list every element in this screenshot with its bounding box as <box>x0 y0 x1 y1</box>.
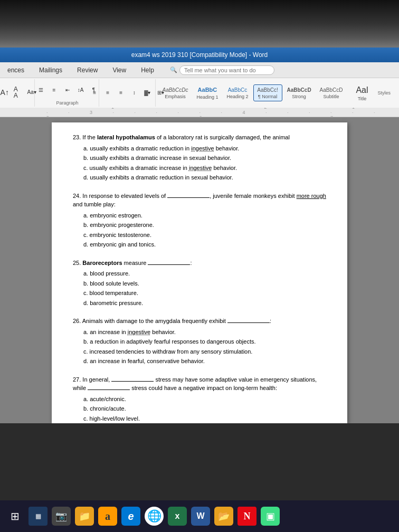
line-spacing[interactable]: ↕ <box>128 89 140 97</box>
title-text: exam4 ws 2019 310 [Compatibility Mode] -… <box>131 51 268 59</box>
question-23-text: 23. If the lateral hypothalamus of a lab… <box>73 133 326 142</box>
font-group: A↑ A A Aa▾ <box>2 79 35 107</box>
style-title[interactable]: Aal Title <box>348 82 377 103</box>
option-26d: d. an increase in fearful, conservative … <box>83 357 326 366</box>
style-normal-label: ¶ Normal <box>258 94 277 99</box>
option-27b: b. chronic/acute. <box>83 404 326 413</box>
align-left-icon: ≡ <box>93 90 96 96</box>
taskbar-calendar[interactable]: ▦ <box>28 507 48 526</box>
ruler-marks: · · · 1 · · · · · · 2 · · · 1 · · · 3 · … <box>46 108 395 117</box>
tab-review[interactable]: Review <box>74 64 101 76</box>
list-bullet-icon: ☰ <box>39 87 43 93</box>
taskbar-camera[interactable]: 📷 <box>52 507 71 526</box>
align-left[interactable]: ≡ <box>89 89 100 97</box>
align-center[interactable]: ≡ <box>102 89 113 97</box>
option-25a: a. blood pressure. <box>83 269 326 278</box>
option-24b: b. embryonic progesterone. <box>83 221 326 230</box>
font-aa[interactable]: A A <box>12 85 24 100</box>
question-26-options: a. an increase in ingestive behavior. b.… <box>73 328 326 366</box>
style-heading2-label: Heading 2 <box>226 94 248 99</box>
option-24a: a. embryonic estrogen. <box>83 211 326 220</box>
styles-section: AaBbCcDc Emphasis AaBbC Heading 1 AaBbCc… <box>157 79 397 107</box>
taskbar-windows[interactable]: ⊞ <box>5 507 24 526</box>
style-emphasis-preview: AaBbCcDc <box>163 87 188 94</box>
alignment-group: ≡ ≡ ≡ ↕ ▓▾ ⊞▾ <box>100 79 156 107</box>
taskbar-android[interactable]: ▣ <box>261 507 280 526</box>
style-title-preview: Aal <box>356 84 368 96</box>
align-right-icon: ≡ <box>119 90 122 96</box>
ruler: · · · 1 · · · · · · 2 · · · 1 · · · 3 · … <box>0 108 399 117</box>
style-normal[interactable]: AaBbCc! ¶ Normal <box>253 84 282 101</box>
align-center-icon: ≡ <box>106 90 109 96</box>
styles-label: Styles <box>378 90 391 96</box>
taskbar-excel[interactable]: x <box>168 507 187 526</box>
taskbar-netflix[interactable]: N <box>238 507 256 526</box>
option-25d: d. barometric pressure. <box>83 299 326 308</box>
question-25-text: 25. Baroreceptors measure : <box>73 259 326 268</box>
font-size-increase[interactable]: A↑ <box>0 88 11 97</box>
style-heading1-preview: AaBbC <box>198 86 217 94</box>
tab-help[interactable]: Help <box>138 64 157 76</box>
taskbar-folder2[interactable]: 📂 <box>214 507 233 526</box>
style-emphasis-label: Emphasis <box>165 94 186 99</box>
option-23d: d. usually exhibits a dramatic reduction… <box>83 173 326 182</box>
list-number[interactable]: ≡ <box>49 86 60 94</box>
style-heading2-preview: AaBbCc <box>228 87 248 94</box>
list-number-icon: ≡ <box>53 87 56 93</box>
paragraph-label: Paragraph <box>56 100 79 106</box>
sort[interactable]: ↕A <box>75 86 87 94</box>
style-strong[interactable]: AaBbCcD Strong <box>283 84 315 101</box>
align-right[interactable]: ≡ <box>115 89 127 97</box>
shading[interactable]: ▓▾ <box>141 89 153 97</box>
doc-page: 23. If the lateral hypothalamus of a lab… <box>52 122 347 423</box>
search-input[interactable] <box>179 65 274 75</box>
option-23a: a. usually exhibits a dramatic reduction… <box>83 144 326 153</box>
photo-area <box>0 0 399 48</box>
style-subtitle-label: Subtitle <box>324 94 339 99</box>
style-title-label: Title <box>358 96 367 101</box>
taskbar: ⊞ ▦ 📷 📁 a e 🌐 x W 📂 N ▣ <box>0 500 399 532</box>
indent-decrease[interactable]: ⇤ <box>62 86 73 94</box>
option-27c: c. high-level/low level. <box>83 414 326 423</box>
taskbar-word[interactable]: W <box>191 507 210 526</box>
option-26a: a. an increase in ingestive behavior. <box>83 328 326 337</box>
option-25b: b. blood solute levels. <box>83 279 326 288</box>
question-27: 27. In general, stress may have some ada… <box>73 375 326 424</box>
font-grow-icon: A↑ <box>1 89 9 96</box>
style-emphasis[interactable]: AaBbCcDc Emphasis <box>159 84 192 101</box>
style-strong-preview: AaBbCcD <box>287 87 311 94</box>
taskbar-chrome[interactable]: 🌐 <box>145 507 164 526</box>
taskbar-folder[interactable]: 📁 <box>75 507 94 526</box>
option-24c: c. embryonic testosterone. <box>83 231 326 240</box>
style-heading2[interactable]: AaBbCc Heading 2 <box>223 84 252 101</box>
style-subtitle[interactable]: AaBbCcD Subtitle <box>316 84 347 101</box>
line-spacing-icon: ↕ <box>133 90 136 96</box>
indent-decrease-icon: ⇤ <box>65 87 70 93</box>
style-heading1-label: Heading 1 <box>196 94 218 100</box>
tab-ences[interactable]: ences <box>4 64 27 76</box>
question-23-options: a. usually exhibits a dramatic reduction… <box>73 144 326 182</box>
taskbar-edge[interactable]: e <box>121 507 140 526</box>
search-icon: 🔍 <box>170 66 177 73</box>
tab-mailings[interactable]: Mailings <box>36 64 65 76</box>
question-26: 26. Animals with damage to the amygdala … <box>73 317 326 366</box>
shading-icon: ▓▾ <box>144 90 150 96</box>
option-26b: b. a reduction in adaptively fearful res… <box>83 337 326 346</box>
question-26-text: 26. Animals with damage to the amygdala … <box>73 317 326 326</box>
question-27-text: 27. In general, stress may have some ada… <box>73 375 326 393</box>
tab-view[interactable]: View <box>109 64 129 76</box>
style-subtitle-preview: AaBbCcD <box>320 87 343 94</box>
taskbar-amazon[interactable]: a <box>98 507 117 526</box>
ribbon-tabs: ences Mailings Review View Help 🔍 <box>0 62 399 78</box>
question-23: 23. If the lateral hypothalamus of a lab… <box>73 133 326 182</box>
option-23c: c. usually exhibits a dramatic increase … <box>83 164 326 173</box>
option-25c: c. blood temperature. <box>83 289 326 298</box>
option-23b: b. usually exhibits a dramatic increase … <box>83 154 326 163</box>
sort-icon: ↕A <box>78 87 84 93</box>
style-heading1[interactable]: AaBbC Heading 1 <box>193 84 222 101</box>
option-26c: c. increased tendencies to withdraw from… <box>83 347 326 356</box>
option-24d: d. embryonic gin and tonics. <box>83 240 326 249</box>
title-bar: exam4 ws 2019 310 [Compatibility Mode] -… <box>0 48 399 62</box>
style-strong-label: Strong <box>292 94 306 99</box>
list-bullet[interactable]: ☰ <box>35 86 47 94</box>
